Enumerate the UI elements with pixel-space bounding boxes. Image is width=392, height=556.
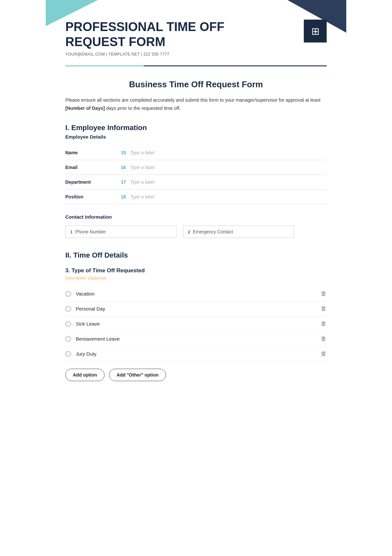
contact-subheading: Contact Information <box>65 214 327 220</box>
table-row: Position 18 Type a label <box>65 190 327 204</box>
question3-block: 3. Type of Time Off Requested Descriptio… <box>65 267 327 381</box>
field-placeholder-position: Type a label <box>130 194 155 199</box>
field-label-department: Department <box>65 175 118 190</box>
emergency-field-label: Emergency Contact <box>193 229 233 234</box>
phone-field-number: 1 <box>70 229 73 234</box>
field-number-16: 16 <box>121 165 127 170</box>
form-description: Please ensure all sections are completed… <box>65 96 327 112</box>
add-other-option-button[interactable]: Add "Other" option <box>109 369 166 381</box>
field-input-department[interactable]: 17 Type a label <box>118 175 327 190</box>
emergency-field-number: 2 <box>188 229 190 234</box>
field-number-15: 15 <box>121 150 127 155</box>
header: PROFESSIONAL TIME OFF REQUEST FORM YOUR@… <box>46 0 346 65</box>
option-label-sick-leave: Sick Leave <box>76 321 100 327</box>
header-contact: YOUR@EMAIL.COM | TEMPLATE.NET | 222 555 … <box>65 52 224 57</box>
field-label-name: Name <box>65 145 118 160</box>
emergency-contact-field[interactable]: 2 Emergency Contact <box>183 226 294 238</box>
field-input-position[interactable]: 18 Type a label <box>118 190 327 204</box>
employee-table: Name 15 Type a label Email 16 Type a lab… <box>65 145 327 204</box>
list-item: Jury Duty 🗑 <box>65 346 327 362</box>
form-main-title: Business Time Off Request Form <box>65 79 327 90</box>
section1-heading: I. Employee Information <box>65 124 327 132</box>
field-input-name[interactable]: 15 Type a label <box>118 145 327 160</box>
radio-jury-duty[interactable] <box>65 351 71 357</box>
option-label-vacation: Vacation <box>76 291 94 296</box>
option-label-personal-day: Personal Day <box>76 306 105 312</box>
radio-personal-day[interactable] <box>65 306 71 312</box>
field-placeholder-name: Type a label <box>130 150 155 155</box>
list-item: Bereavement Leave 🗑 <box>65 331 327 346</box>
contact-fields-row: 1 Phone Number 2 Emergency Contact <box>65 226 327 238</box>
radio-bereavement[interactable] <box>65 336 71 342</box>
table-row: Name 15 Type a label <box>65 145 327 160</box>
list-item: Personal Day 🗑 <box>65 301 327 316</box>
field-number-18: 18 <box>121 194 127 199</box>
field-placeholder-email: Type a label <box>130 165 155 170</box>
phone-field-label: Phone Number <box>75 229 106 234</box>
field-label-position: Position <box>65 190 118 204</box>
question3-heading: 3. Type of Time Off Requested <box>65 267 327 274</box>
buttons-row: Add option Add "Other" option <box>65 369 327 381</box>
header-title-block: PROFESSIONAL TIME OFF REQUEST FORM YOUR@… <box>65 20 224 57</box>
radio-vacation[interactable] <box>65 291 71 297</box>
contact-section: Contact Information 1 Phone Number 2 Eme… <box>65 214 327 238</box>
logo-icon: ⊞ <box>311 25 319 37</box>
option-label-jury-duty: Jury Duty <box>76 351 96 357</box>
header-logo-box: ⊞ <box>304 20 327 42</box>
field-label-email: Email <box>65 160 118 175</box>
header-title: PROFESSIONAL TIME OFF REQUEST FORM <box>65 20 224 49</box>
delete-icon-jury-duty[interactable]: 🗑 <box>321 350 327 357</box>
table-row: Email 16 Type a label <box>65 160 327 175</box>
main-content: Business Time Off Request Form Please en… <box>46 66 346 394</box>
delete-icon-vacation[interactable]: 🗑 <box>321 290 327 297</box>
option-label-bereavement: Bereavement Leave <box>76 336 120 342</box>
add-option-button[interactable]: Add option <box>65 369 105 381</box>
section2-heading: II. Time Off Details <box>65 251 327 260</box>
delete-icon-personal-day[interactable]: 🗑 <box>321 305 327 312</box>
section1-subheading: Employee Details <box>65 134 327 140</box>
field-number-17: 17 <box>121 179 127 185</box>
delete-icon-bereavement[interactable]: 🗑 <box>321 335 327 342</box>
section2: II. Time Off Details 3. Type of Time Off… <box>65 251 327 381</box>
delete-icon-sick-leave[interactable]: 🗑 <box>321 320 327 327</box>
question3-description: Description (Optional) <box>65 276 327 280</box>
field-input-email[interactable]: 16 Type a label <box>118 160 327 175</box>
list-item: Sick Leave 🗑 <box>65 316 327 331</box>
phone-number-field[interactable]: 1 Phone Number <box>65 226 176 238</box>
table-row: Department 17 Type a label <box>65 175 327 190</box>
radio-sick-leave[interactable] <box>65 321 71 327</box>
field-placeholder-department: Type a label <box>130 179 155 185</box>
list-item: Vacation 🗑 <box>65 286 327 301</box>
